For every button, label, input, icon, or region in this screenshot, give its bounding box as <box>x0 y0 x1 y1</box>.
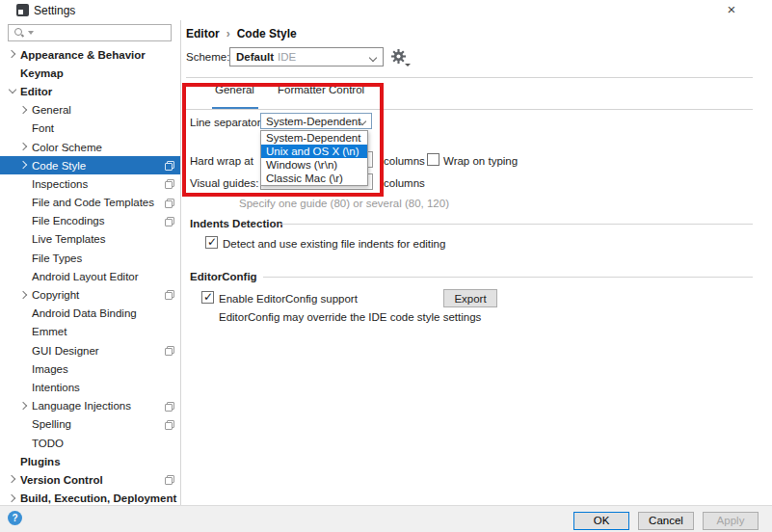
sidebar-item-build-execution-deployment[interactable]: Build, Execution, Deployment <box>0 490 180 506</box>
ok-button[interactable]: OK <box>573 512 629 530</box>
sidebar-item-label: General <box>32 104 71 116</box>
shared-settings-icon <box>165 290 174 300</box>
chevron-right-icon[interactable] <box>19 401 30 412</box>
tabs-divider <box>186 109 753 110</box>
sidebar-item-copyright[interactable]: Copyright <box>0 285 180 304</box>
sidebar-item-android-layout-editor[interactable]: Android Layout Editor <box>0 267 180 285</box>
hard-wrap-label: Hard wrap at <box>190 155 253 167</box>
sidebar-item-language-injections[interactable]: Language Injections <box>0 397 180 415</box>
dropdown-option-classic-mac-r[interactable]: Classic Mac (\r) <box>261 172 367 185</box>
settings-tree: Appearance & BehaviorKeymapEditorGeneral… <box>0 45 180 505</box>
chevron-right-icon[interactable] <box>19 105 30 116</box>
chevron-right-icon[interactable] <box>8 493 18 504</box>
guides-hint: Specify one guide (80) or several (80, 1… <box>239 198 449 209</box>
editorconfig-title: EditorConfig <box>190 271 257 282</box>
sidebar-item-label: Android Layout Editor <box>32 271 139 282</box>
search-input[interactable] <box>34 26 171 40</box>
sidebar-item-keymap[interactable]: Keymap <box>0 64 180 82</box>
breadcrumb-item-editor[interactable]: Editor <box>186 27 220 40</box>
sidebar-item-label: Plugins <box>20 456 61 467</box>
visual-guides-label: Visual guides: <box>190 177 258 189</box>
shared-settings-icon <box>165 217 174 226</box>
chevron-down-icon[interactable] <box>8 86 18 96</box>
sidebar-item-inspections[interactable]: Inspections <box>0 174 180 193</box>
main-panel: Editor›Code Style Scheme: Default IDE G <box>181 20 772 505</box>
tab-general[interactable]: General <box>215 84 254 95</box>
sidebar-item-label: File Types <box>32 253 82 264</box>
shared-settings-icon <box>165 179 174 189</box>
sidebar-item-editor[interactable]: Editor <box>0 82 180 100</box>
shared-settings-icon <box>165 420 174 430</box>
line-separator-dropdown[interactable]: System-Dependent <box>260 113 372 129</box>
dropdown-option-windows-r-n[interactable]: Windows (\r\n) <box>261 158 367 172</box>
sidebar-item-spelling[interactable]: Spelling <box>0 415 180 434</box>
sidebar-item-label: Copyright <box>32 289 79 301</box>
detect-indents-checkbox[interactable] <box>205 236 218 249</box>
chevron-spacer <box>19 198 30 208</box>
export-button[interactable]: Export <box>443 289 497 307</box>
search-box[interactable] <box>8 24 172 41</box>
sidebar-item-general[interactable]: General <box>0 101 180 120</box>
chevron-right-icon[interactable] <box>19 160 30 171</box>
sidebar-item-font[interactable]: Font <box>0 120 180 138</box>
sidebar-item-label: Color Scheme <box>32 142 102 153</box>
sidebar-item-file-and-code-templates[interactable]: File and Code Templates <box>0 194 180 212</box>
chevron-spacer <box>19 438 30 448</box>
chevron-right-icon[interactable] <box>19 142 30 152</box>
sidebar-item-live-templates[interactable]: Live Templates <box>0 230 180 249</box>
apply-button[interactable]: Apply <box>703 512 759 530</box>
sidebar-item-label: Build, Execution, Deployment <box>20 492 176 504</box>
breadcrumb-item-code-style[interactable]: Code Style <box>237 27 297 40</box>
sidebar-item-emmet[interactable]: Emmet <box>0 323 180 341</box>
chevron-right-icon[interactable] <box>19 290 30 301</box>
sidebar-item-code-style[interactable]: Code Style <box>0 156 180 174</box>
sidebar-item-plugins[interactable]: Plugins <box>0 452 180 470</box>
sidebar-item-label: GUI Designer <box>32 345 99 357</box>
help-button[interactable]: ? <box>8 511 22 525</box>
gear-icon <box>391 49 406 64</box>
shared-settings-icon <box>165 475 174 485</box>
line-separator-value: System-Dependent <box>266 116 360 127</box>
chevron-right-icon[interactable] <box>8 474 18 485</box>
sidebar-item-images[interactable]: Images <box>0 359 180 378</box>
sidebar-item-todo[interactable]: TODO <box>0 434 180 452</box>
sidebar-item-label: Images <box>32 363 68 375</box>
wrap-on-typing-label: Wrap on typing <box>443 155 518 167</box>
shared-settings-icon <box>165 346 174 356</box>
scheme-gear-button[interactable] <box>391 49 411 66</box>
chevron-down-icon <box>370 55 377 62</box>
chevron-down-icon <box>359 119 366 125</box>
sidebar-item-label: Code Style <box>32 160 86 172</box>
chevron-spacer <box>19 271 30 281</box>
sidebar-item-label: Android Data Binding <box>32 307 137 319</box>
sidebar-item-label: Version Control <box>20 474 103 486</box>
chevron-right-icon[interactable] <box>8 49 18 60</box>
sidebar-item-label: Inspections <box>32 178 88 190</box>
scheme-dropdown[interactable]: Default IDE <box>229 47 384 66</box>
enable-editorconfig-checkbox[interactable] <box>201 291 214 304</box>
sidebar-item-file-encodings[interactable]: File Encodings <box>0 212 180 230</box>
sidebar-item-appearance-behavior[interactable]: Appearance & Behavior <box>0 45 180 64</box>
cancel-button[interactable]: Cancel <box>638 512 694 530</box>
dropdown-option-unix-and-os-x-n[interactable]: Unix and OS X (\n) <box>261 145 367 158</box>
sidebar-item-file-types[interactable]: File Types <box>0 249 180 267</box>
sidebar-item-color-scheme[interactable]: Color Scheme <box>0 138 180 156</box>
sidebar-item-android-data-binding[interactable]: Android Data Binding <box>0 305 180 323</box>
visual-guides-columns-label: columns <box>384 177 425 189</box>
sidebar-item-version-control[interactable]: Version Control <box>0 470 180 489</box>
editorconfig-divider <box>263 277 753 278</box>
tab-formatter-control[interactable]: Formatter Control <box>278 84 364 95</box>
sidebar-item-label: Emmet <box>32 326 67 337</box>
indents-divider <box>280 224 753 225</box>
detect-indents-label: Detect and use existing file indents for… <box>223 238 445 250</box>
title-bar: Settings × <box>0 0 772 20</box>
chevron-spacer <box>19 327 30 337</box>
sidebar-item-label: Spelling <box>32 418 71 430</box>
sidebar-item-intentions[interactable]: Intentions <box>0 378 180 396</box>
sidebar-item-gui-designer[interactable]: GUI Designer <box>0 341 180 359</box>
chevron-spacer <box>19 216 30 226</box>
dropdown-option-system-dependent[interactable]: System-Dependent <box>261 131 367 145</box>
wrap-on-typing-checkbox[interactable] <box>427 153 439 166</box>
close-icon[interactable]: × <box>717 0 746 19</box>
chevron-spacer <box>8 67 18 78</box>
